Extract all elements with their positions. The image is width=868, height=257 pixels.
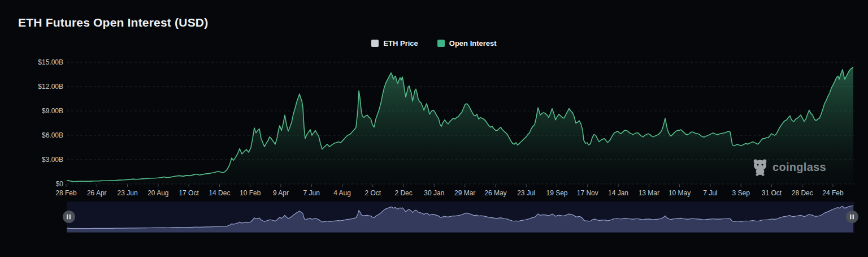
svg-text:4 Aug: 4 Aug — [333, 189, 351, 197]
svg-text:7 Jul: 7 Jul — [703, 189, 717, 197]
svg-text:2 Dec: 2 Dec — [394, 189, 412, 197]
svg-text:14 Jan: 14 Jan — [608, 189, 628, 197]
x-axis-labels: 28 Feb26 Apr23 Jun20 Aug17 Oct14 Dec10 F… — [55, 189, 844, 197]
svg-text:$9.00B: $9.00B — [42, 107, 63, 115]
svg-text:$3.00B: $3.00B — [42, 156, 63, 164]
svg-text:2 Oct: 2 Oct — [364, 189, 381, 197]
svg-text:20 Aug: 20 Aug — [147, 189, 168, 197]
svg-text:28 Feb: 28 Feb — [55, 189, 77, 197]
navigator[interactable] — [63, 202, 858, 233]
svg-text:29 Mar: 29 Mar — [454, 189, 475, 197]
svg-text:30 Jan: 30 Jan — [424, 189, 444, 197]
navigator-left-handle[interactable] — [63, 211, 75, 223]
svg-text:$12.00B: $12.00B — [38, 83, 63, 91]
svg-text:14 Dec: 14 Dec — [209, 189, 230, 197]
svg-text:13 Mar: 13 Mar — [639, 189, 659, 197]
svg-text:23 Jul: 23 Jul — [517, 189, 535, 197]
svg-text:17 Oct: 17 Oct — [179, 189, 199, 197]
svg-text:28 Dec: 28 Dec — [792, 189, 813, 197]
x-axis-ticks — [66, 185, 833, 187]
svg-text:$6.00B: $6.00B — [42, 131, 63, 139]
svg-text:10 May: 10 May — [669, 189, 691, 197]
svg-text:$0: $0 — [56, 180, 64, 188]
svg-text:7 Jun: 7 Jun — [303, 189, 320, 197]
svg-text:3 Sep: 3 Sep — [732, 189, 750, 197]
open-interest-area — [67, 67, 853, 184]
oi-chart-canvas: $15.00B$12.00B$9.00B$6.00B$3.00B$0 28 Fe… — [0, 0, 868, 257]
svg-text:9 Apr: 9 Apr — [273, 189, 289, 197]
svg-text:31 Oct: 31 Oct — [762, 189, 782, 197]
svg-text:23 Jun: 23 Jun — [118, 189, 138, 197]
svg-text:10 Feb: 10 Feb — [240, 189, 261, 197]
svg-text:19 Sep: 19 Sep — [546, 189, 567, 197]
eth-open-interest-page: { "header": { "title": "ETH Futures Open… — [0, 0, 868, 257]
svg-text:$15.00B: $15.00B — [38, 58, 63, 66]
svg-text:26 Apr: 26 Apr — [87, 189, 107, 197]
svg-text:17 Nov: 17 Nov — [577, 189, 598, 197]
y-axis-labels: $15.00B$12.00B$9.00B$6.00B$3.00B$0 — [38, 58, 63, 188]
navigator-right-handle[interactable] — [846, 211, 858, 223]
svg-text:26 May: 26 May — [484, 189, 506, 197]
svg-text:24 Feb: 24 Feb — [822, 189, 844, 197]
